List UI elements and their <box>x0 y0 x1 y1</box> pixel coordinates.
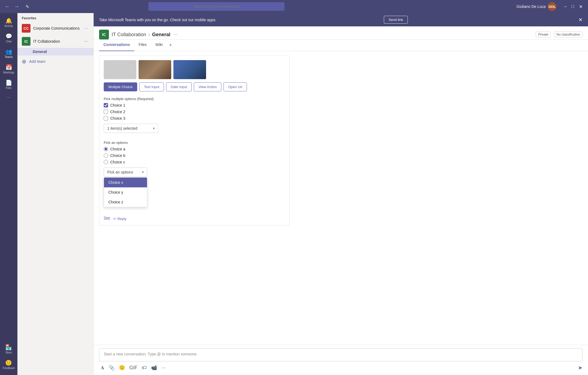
channel-tabs: Conversations Files Wiki + <box>94 40 588 51</box>
conversation-toolbar: 𝐀 📎 🙂 GIF 🏷 📹 ··· ➤ <box>99 364 583 372</box>
multiple-choice-label: Pick multiple options (Required) <box>104 97 285 101</box>
user-area[interactable]: Giuliano De Luca GDL <box>516 2 556 11</box>
radio-choice-b-input[interactable] <box>104 153 108 158</box>
team-avatar-ic: IC <box>22 37 30 46</box>
sidebar-item-label: Teams <box>5 55 13 58</box>
sidebar-item-store[interactable]: 🏪 Store <box>2 342 16 356</box>
reply-icon: ↵ <box>113 217 116 221</box>
favorites-label: Favorites <box>17 13 93 22</box>
window-controls: – □ ✕ <box>562 3 585 10</box>
date-input-button[interactable]: Date Input <box>166 82 192 91</box>
radio-choice-c-label: Choice c <box>110 160 125 164</box>
card-image-people <box>173 60 206 79</box>
checkbox-choice2-label: Choice 2 <box>110 110 125 114</box>
breadcrumb-separator: › <box>148 32 150 38</box>
view-action-button[interactable]: View Action <box>194 82 221 91</box>
store-icon: 🏪 <box>5 344 12 351</box>
search-input[interactable] <box>148 4 284 9</box>
chat-icon: 💬 <box>5 33 12 39</box>
text-input-button[interactable]: Text Input <box>139 82 164 91</box>
radio-section: Pick an options Choice a Choice b Cho <box>104 140 285 211</box>
breadcrumb-channel: General <box>152 32 170 38</box>
user-avatar: GDL <box>548 2 556 11</box>
back-button[interactable]: ← <box>3 3 11 11</box>
radio-label: Pick an options <box>104 141 285 145</box>
sidebar-item-files[interactable]: 📄 Files <box>0 77 17 92</box>
reply-button[interactable]: ↵ Reply <box>113 217 126 221</box>
breadcrumb-team: IT Collaboration <box>112 32 146 38</box>
sidebar-channel-general[interactable]: General <box>17 48 93 55</box>
dropdown-item-x[interactable]: Choice x <box>104 178 147 187</box>
see-more-link[interactable]: See <box>104 216 110 220</box>
sidebar-item-meetings[interactable]: 📅 Meetings <box>0 62 17 76</box>
sidebar-item-chat[interactable]: 💬 Chat <box>0 31 17 45</box>
nav-arrows: ← → <box>3 3 21 11</box>
close-button[interactable]: ✕ <box>577 3 585 10</box>
meet-button[interactable]: 📹 <box>149 364 159 372</box>
minimize-button[interactable]: – <box>562 3 569 10</box>
sidebar-team-corporate[interactable]: CC Corporate Communications ··· <box>17 22 93 35</box>
forward-button[interactable]: → <box>13 3 21 11</box>
dropdown-item-z[interactable]: Choice z <box>104 197 147 207</box>
checkbox-choice3[interactable]: Choice 3 <box>104 116 285 120</box>
dropdown-placeholder: Pick an options <box>107 170 133 174</box>
selected-summary-dropdown[interactable]: 1 item(s) selected ▾ <box>104 124 158 133</box>
checkbox-choice1[interactable]: Choice 1 <box>104 103 285 107</box>
team-more-button[interactable]: ··· <box>83 25 89 31</box>
add-team-icon: ⊕ <box>22 58 26 65</box>
radio-choice-a[interactable]: Choice a <box>104 147 285 151</box>
team-name-corporate: Corporate Communications <box>33 26 81 30</box>
more-options-button[interactable]: ··· <box>160 364 167 372</box>
sidebar-item-feedback[interactable]: 🙂 Feedback <box>2 357 16 372</box>
channel-options-button[interactable]: ··· <box>173 32 178 37</box>
multiple-choice-section: Pick multiple options (Required) Choice … <box>104 96 285 136</box>
radio-choice-c-input[interactable] <box>104 160 108 164</box>
radio-choice-c[interactable]: Choice c <box>104 160 285 164</box>
sidebar-item-label: Activity <box>4 24 13 27</box>
topbar: ← → ✎ Giuliano De Luca GDL – □ ✕ <box>0 0 588 13</box>
send-button[interactable]: ➤ <box>578 364 583 371</box>
checkbox-choice1-label: Choice 1 <box>110 103 125 107</box>
reply-area: ↵ Reply <box>113 217 126 221</box>
tab-add-button[interactable]: + <box>167 40 174 51</box>
add-team-item[interactable]: ⊕ Add team <box>17 55 93 67</box>
checkbox-choice2-input[interactable] <box>104 110 108 114</box>
gif-button[interactable]: GIF <box>128 364 139 372</box>
maximize-button[interactable]: □ <box>569 3 576 10</box>
search-box[interactable] <box>148 2 284 11</box>
send-link-button[interactable]: Send link <box>384 16 408 24</box>
attach-button[interactable]: 📎 <box>107 364 116 372</box>
classification-badge: No classification <box>554 32 583 38</box>
radio-choice-a-input[interactable] <box>104 147 108 151</box>
radio-choice-b[interactable]: Choice b <box>104 153 285 158</box>
sticker-button[interactable]: 🏷 <box>140 364 148 372</box>
feedback-icon: 🙂 <box>5 359 12 366</box>
privacy-badge: Private <box>536 32 551 38</box>
compose-button[interactable]: ✎ <box>24 3 31 10</box>
multiple-choice-button[interactable]: Multiple Choice <box>104 82 137 91</box>
sidebar-item-teams[interactable]: 👥 Teams <box>0 46 17 61</box>
emoji-button[interactable]: 🙂 <box>117 364 127 372</box>
tab-conversations[interactable]: Conversations <box>99 40 134 51</box>
sidebar-item-label: Files <box>6 86 11 89</box>
pick-options-dropdown[interactable]: Pick an options ▾ <box>104 168 147 177</box>
open-uri-button[interactable]: Open Uri <box>223 82 247 91</box>
channel-team-icon: IC <box>99 30 109 39</box>
checkbox-choice3-input[interactable] <box>104 116 108 120</box>
format-button[interactable]: 𝐀 <box>99 364 106 372</box>
new-conversation-box[interactable]: Start a new conversation. Type @ to ment… <box>99 348 583 361</box>
banner-close-button[interactable]: ✕ <box>578 17 583 23</box>
sidebar-item-activity[interactable]: 🔔 Activity <box>0 15 17 30</box>
team-more-button-it[interactable]: ··· <box>83 38 89 44</box>
checkbox-choice2[interactable]: Choice 2 <box>104 110 285 114</box>
tab-files[interactable]: Files <box>134 40 151 51</box>
sidebar-item-label: Store <box>5 351 12 354</box>
sidebar-item-label: Chat <box>6 40 11 43</box>
checkbox-choice1-input[interactable] <box>104 103 108 107</box>
dropdown-item-y[interactable]: Choice y <box>104 187 147 197</box>
conversation-area: Multiple Choice Text Input Date Input Vi… <box>94 51 588 345</box>
sidebar-team-it[interactable]: IC IT Collaboration ··· <box>17 35 93 48</box>
tab-wiki[interactable]: Wiki <box>151 40 167 51</box>
teams-icon: 👥 <box>5 48 12 55</box>
sidebar-item-more[interactable]: ··· <box>0 93 17 101</box>
